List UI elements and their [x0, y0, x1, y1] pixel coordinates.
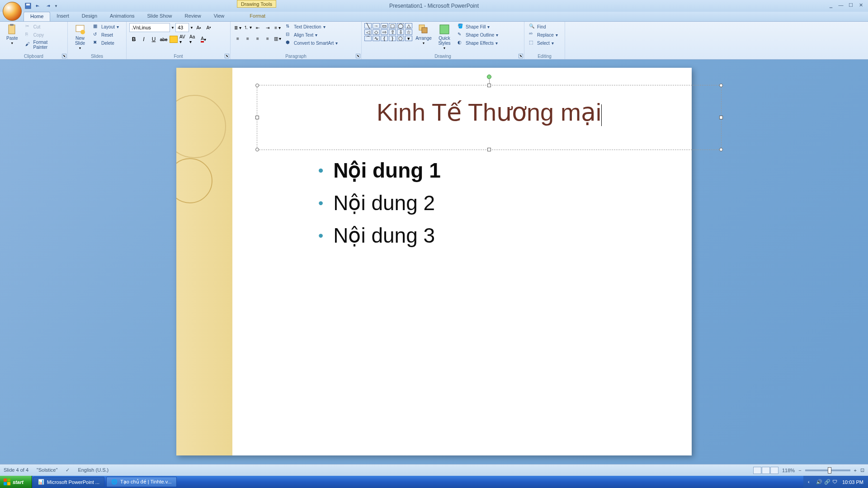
align-text-button[interactable]: ⊟Align Text ▾	[284, 31, 340, 38]
shape-rounded[interactable]: ▢	[389, 23, 396, 28]
list-item[interactable]: Nội dung 1	[318, 158, 441, 183]
tab-format[interactable]: Format	[243, 12, 272, 21]
save-icon[interactable]	[24, 2, 32, 9]
tab-review[interactable]: Review	[179, 12, 208, 21]
minimize-ribbon-icon[interactable]: ‗	[826, 2, 835, 8]
cut-button[interactable]: ✂Cut	[24, 23, 65, 30]
shapes-gallery[interactable]: ╲ → ▭ ▢ ◯ △ ◁ ◇ ⇨ ⇧ ⇩ ☆ ⌒ ∿ { } ⬠ ▾	[364, 23, 412, 41]
start-button[interactable]: start	[0, 476, 32, 488]
slideshow-view-button[interactable]	[770, 467, 778, 474]
replace-button[interactable]: ᵃᵇReplace ▾	[527, 31, 560, 38]
shape-star[interactable]: ☆	[405, 29, 412, 35]
undo-icon[interactable]	[34, 2, 42, 9]
columns-button[interactable]: ▥ ▾	[273, 34, 282, 43]
language-indicator[interactable]: English (U.S.)	[78, 467, 108, 473]
numbering-button[interactable]: ⒈ ▾	[243, 23, 252, 32]
reset-button[interactable]: ↺Reset	[91, 31, 121, 38]
shape-tri[interactable]: ◁	[364, 29, 372, 35]
resize-handle-tl[interactable]	[255, 84, 259, 87]
tab-design[interactable]: Design	[75, 12, 104, 21]
delete-button[interactable]: ✖Delete	[91, 39, 121, 47]
font-dialog-launcher[interactable]: ⬊	[225, 54, 229, 58]
shape-arr3[interactable]: ⇧	[389, 29, 396, 35]
quick-styles-button[interactable]: Quick Styles ▼	[435, 23, 454, 50]
taskbar-item-powerpoint[interactable]: 📊 Microsoft PowerPoint ...	[33, 477, 104, 487]
shape-arr2[interactable]: ⇨	[381, 29, 388, 35]
format-painter-button[interactable]: 🖌Format Painter	[24, 39, 65, 50]
shape-effects-button[interactable]: ◐Shape Effects ▾	[456, 39, 500, 47]
bullets-button[interactable]: ≣ ▾	[233, 23, 242, 32]
char-spacing-button[interactable]: AV ▾	[179, 35, 188, 44]
zoom-level[interactable]: 118%	[782, 468, 795, 473]
qat-dropdown-icon[interactable]: ▼	[54, 4, 58, 8]
slide-canvas[interactable]: Kinh Tế Thương mại Nội dung 1 Nội dung 2…	[176, 68, 692, 455]
find-button[interactable]: 🔍Find	[527, 23, 560, 30]
resize-handle-mt[interactable]	[487, 84, 491, 87]
resize-handle-ml[interactable]	[255, 116, 259, 119]
align-center-button[interactable]: ≡	[243, 34, 252, 43]
paste-button[interactable]: Paste ▼	[3, 23, 22, 45]
underline-button[interactable]: U	[149, 35, 158, 44]
strikethrough-button[interactable]: abe	[159, 35, 168, 44]
tab-home[interactable]: Home	[24, 12, 50, 21]
tab-view[interactable]: View	[208, 12, 231, 21]
clipboard-dialog-launcher[interactable]: ⬊	[62, 54, 66, 58]
resize-handle-tr[interactable]	[719, 84, 723, 87]
resize-handle-bl[interactable]	[255, 148, 259, 151]
paragraph-dialog-launcher[interactable]: ⬊	[356, 54, 360, 58]
redo-icon[interactable]	[44, 2, 52, 9]
tray-shield-icon[interactable]: 🛡	[832, 479, 839, 485]
clock[interactable]: 10:03 PM	[842, 479, 863, 485]
grow-font-button[interactable]: A▴	[194, 23, 203, 32]
shape-more1[interactable]: △	[405, 23, 412, 28]
list-item[interactable]: Nội dung 3	[318, 223, 441, 248]
select-button[interactable]: ⬚Select ▾	[527, 39, 560, 47]
fit-to-window-button[interactable]: ⊡	[860, 467, 864, 473]
shadow-button[interactable]	[169, 35, 178, 44]
shape-oval[interactable]: ◯	[397, 23, 404, 28]
shrink-font-button[interactable]: A▾	[204, 23, 213, 32]
shape-line[interactable]: ╲	[364, 23, 372, 28]
justify-button[interactable]: ≡	[263, 34, 272, 43]
line-spacing-button[interactable]: ≡ ▾	[273, 23, 282, 32]
zoom-out-button[interactable]: −	[798, 468, 801, 473]
font-color-button[interactable]: A ▾	[199, 35, 208, 44]
italic-button[interactable]: I	[139, 35, 148, 44]
zoom-in-button[interactable]: +	[854, 468, 857, 473]
maximize-window-icon[interactable]: ☐	[846, 2, 855, 8]
bold-button[interactable]: B	[129, 35, 138, 44]
slide-bullet-list[interactable]: Nội dung 1 Nội dung 2 Nội dung 3	[318, 158, 441, 256]
align-right-button[interactable]: ≡	[253, 34, 262, 43]
resize-handle-br[interactable]	[719, 148, 723, 151]
copy-button[interactable]: ⎘Copy	[24, 31, 65, 38]
decrease-indent-button[interactable]: ⇤	[253, 23, 262, 32]
tray-network-icon[interactable]: 🔗	[824, 479, 830, 485]
sorter-view-button[interactable]	[762, 467, 770, 474]
close-window-icon[interactable]: ✕	[856, 2, 865, 8]
zoom-slider-thumb[interactable]	[828, 467, 831, 474]
shape-more-dropdown[interactable]: ▾	[405, 36, 412, 41]
shape-dia[interactable]: ◇	[373, 29, 380, 35]
taskbar-item-browser[interactable]: 🌐 Tạo chủ đề | Tinhte.v...	[106, 477, 177, 487]
shape-fill-button[interactable]: 🪣Shape Fill ▾	[456, 23, 500, 30]
tray-volume-icon[interactable]: 🔊	[816, 479, 822, 485]
zoom-slider[interactable]	[805, 469, 850, 471]
resize-handle-mb[interactable]	[487, 148, 491, 151]
shape-arr4[interactable]: ⇩	[397, 29, 404, 35]
align-left-button[interactable]: ≡	[233, 34, 242, 43]
office-button[interactable]	[3, 2, 22, 21]
shape-arrow[interactable]: →	[373, 23, 380, 28]
shape-outline-button[interactable]: ✎Shape Outline ▾	[456, 31, 500, 38]
new-slide-button[interactable]: New Slide ▼	[71, 23, 90, 50]
layout-button[interactable]: ▦Layout ▾	[91, 23, 121, 30]
font-size-input[interactable]: 43	[175, 23, 189, 32]
tab-animations[interactable]: Animations	[104, 12, 141, 21]
resize-handle-mr[interactable]	[719, 116, 723, 119]
title-textbox-selected[interactable]: Kinh Tế Thương mại	[257, 85, 722, 150]
shape-rect[interactable]: ▭	[381, 23, 388, 28]
arrange-button[interactable]: Arrange ▼	[414, 23, 433, 45]
shape-c4[interactable]: }	[389, 36, 396, 41]
text-direction-button[interactable]: ⇅Text Direction ▾	[284, 23, 340, 30]
shape-c3[interactable]: {	[381, 36, 388, 41]
tab-insert[interactable]: Insert	[50, 12, 75, 21]
